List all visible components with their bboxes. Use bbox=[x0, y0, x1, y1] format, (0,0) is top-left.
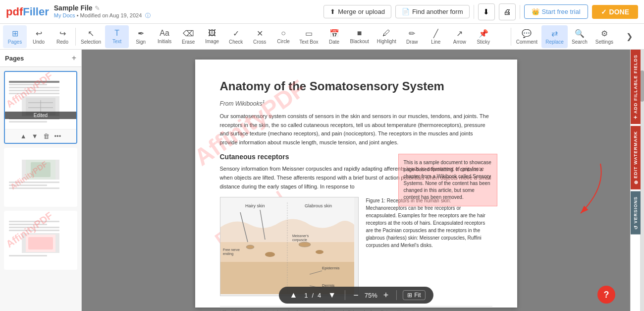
redo-icon: ↪ bbox=[59, 29, 66, 38]
crown-icon: 👑 bbox=[532, 8, 539, 15]
add-page-button[interactable]: + bbox=[72, 54, 76, 62]
toolbar-comment[interactable]: 💬 Comment bbox=[512, 25, 541, 48]
toolbar-circle[interactable]: ○ Circle bbox=[271, 25, 295, 48]
fit-icon: ⊞ bbox=[407, 292, 412, 299]
zoom-in-button[interactable]: + bbox=[381, 290, 391, 301]
toolbar-sep2 bbox=[511, 28, 511, 46]
fit-button[interactable]: ⊞ Fit bbox=[403, 290, 425, 300]
header-divider2 bbox=[520, 5, 520, 19]
figure-area: Hairy skin Glabrous skin bbox=[220, 197, 492, 296]
file-title: Sample File ✎ bbox=[54, 4, 151, 12]
toolbar-redo[interactable]: ↪ Redo bbox=[51, 25, 74, 48]
edit-watermark-tab[interactable]: ⊛ EDIT WATERMARK bbox=[631, 126, 641, 189]
textbox-icon: ▭ bbox=[305, 29, 313, 38]
toolbar-draw[interactable]: ✏ Draw bbox=[400, 25, 424, 48]
pages-scroll: 1 AffinityPDF bbox=[0, 67, 81, 311]
svg-point-15 bbox=[265, 252, 275, 257]
page-total: 4 bbox=[318, 292, 321, 299]
done-button[interactable]: ✓ DONE bbox=[592, 5, 638, 19]
page-thumbnail-3[interactable]: 3 AffinityPDF bbox=[4, 211, 77, 270]
thumb-down-btn[interactable]: ▼ bbox=[31, 131, 39, 141]
thumb-up-btn[interactable]: ▲ bbox=[19, 131, 28, 141]
toolbar-check[interactable]: ✓ Check bbox=[224, 25, 248, 48]
toolbar-undo[interactable]: ↩ Undo bbox=[27, 25, 51, 48]
toolbar-replace[interactable]: ⇄ Replace bbox=[541, 25, 568, 48]
toolbar-blackout[interactable]: ■ Blackout bbox=[346, 25, 373, 48]
start-free-trial-button[interactable]: 👑 Start free trial bbox=[524, 4, 588, 19]
svg-point-16 bbox=[299, 242, 311, 247]
toolbar-text[interactable]: T Text bbox=[105, 25, 129, 48]
toolbar-line[interactable]: ╱ Line bbox=[424, 25, 448, 48]
file-subtitle: My Docs • Modified on Aug 19, 2024 ⓘ bbox=[54, 12, 151, 19]
svg-text:corpuscle: corpuscle bbox=[292, 238, 307, 242]
thumb-more-btn[interactable]: ••• bbox=[54, 131, 62, 141]
zoom-out-button[interactable]: − bbox=[351, 290, 361, 301]
toolbar-search[interactable]: 🔍 Search bbox=[568, 25, 591, 48]
toolbar-erase[interactable]: ⌫ Erase bbox=[176, 25, 200, 48]
pages-panel-title: Pages bbox=[5, 55, 24, 62]
toolbar-textbox[interactable]: ▭ Text Box bbox=[295, 25, 322, 48]
zoom-level: 75% bbox=[365, 292, 377, 299]
header-divider bbox=[474, 5, 474, 19]
v-scrollbar[interactable] bbox=[640, 50, 644, 311]
my-docs-link[interactable]: My Docs bbox=[54, 12, 75, 18]
text-icon: T bbox=[114, 29, 119, 38]
find-another-form-button[interactable]: 📄 Find another form bbox=[395, 5, 470, 18]
header: pdfFiller Sample File ✎ My Docs • Modifi… bbox=[0, 0, 644, 24]
add-fillable-fields-tab[interactable]: + ADD FILLABLE FIELDS bbox=[631, 50, 641, 124]
print-button[interactable]: 🖨 bbox=[499, 3, 516, 20]
info-icon[interactable]: ⓘ bbox=[145, 12, 151, 18]
versions-icon: ↺ bbox=[633, 225, 639, 229]
initials-icon: Aa bbox=[160, 29, 169, 38]
toolbar-settings[interactable]: ⚙ Settings bbox=[591, 25, 617, 48]
versions-tab[interactable]: ↺ VERSIONS bbox=[631, 191, 641, 235]
settings-icon: ⚙ bbox=[601, 29, 608, 38]
fit-label: Fit bbox=[414, 292, 421, 299]
pages-icon: ⊞ bbox=[12, 29, 18, 38]
toolbar-right: 💬 Comment ⇄ Replace 🔍 Search ⚙ Settings … bbox=[510, 25, 641, 48]
blackout-icon: ■ bbox=[357, 29, 362, 38]
undo-icon: ↩ bbox=[36, 29, 42, 38]
page-next-button[interactable]: ▼ bbox=[325, 290, 339, 301]
toolbar-highlight[interactable]: 🖊 Highlight bbox=[373, 25, 400, 48]
plus-icon: + bbox=[632, 115, 639, 119]
svg-text:Glabrous skin: Glabrous skin bbox=[305, 203, 332, 208]
document-subtitle: From Wikibooks1 bbox=[220, 99, 492, 107]
selection-icon: ↖ bbox=[88, 29, 94, 38]
toolbar-image[interactable]: 🖼 Image bbox=[200, 25, 224, 48]
toolbar-selection[interactable]: ↖ Selection bbox=[77, 25, 105, 48]
scrollbar-thumb[interactable] bbox=[640, 70, 644, 102]
image-icon: 🖼 bbox=[208, 29, 216, 38]
merge-upload-button[interactable]: ⬆ Merge or upload bbox=[323, 5, 391, 18]
svg-text:Epidermis: Epidermis bbox=[322, 266, 340, 270]
toolbar-arrow[interactable]: ↗ Arrow bbox=[448, 25, 472, 48]
toolbar-sticky[interactable]: 📌 Sticky bbox=[472, 25, 495, 48]
toolbar-pages[interactable]: ⊞ Pages bbox=[3, 25, 27, 48]
toolbar-initials[interactable]: Aa Initials bbox=[153, 25, 176, 48]
page-img-2: AffinityPDF bbox=[5, 149, 76, 206]
download-icon: ⬇ bbox=[483, 7, 489, 16]
page-thumbnail-1[interactable]: 1 AffinityPDF bbox=[4, 71, 77, 144]
toolbar-expand[interactable]: ❯ bbox=[617, 25, 641, 48]
page-img-1: AffinityPDF bbox=[5, 72, 76, 129]
document-title: Anatomy of the Somatosensory System bbox=[220, 79, 492, 93]
figure-caption: Figure 1: Receptors in the human skin: M… bbox=[366, 197, 492, 296]
sign-icon: ✒ bbox=[138, 29, 144, 38]
pages-panel-header: Pages + bbox=[0, 50, 81, 67]
help-button[interactable]: ? bbox=[597, 286, 615, 304]
thumb-delete-btn[interactable]: 🗑 bbox=[42, 131, 51, 141]
replace-icon: ⇄ bbox=[551, 29, 558, 38]
svg-text:Meissner's: Meissner's bbox=[292, 234, 309, 238]
download-button[interactable]: ⬇ bbox=[478, 3, 495, 20]
bottom-sep1 bbox=[345, 290, 345, 300]
edit-pencil-icon[interactable]: ✎ bbox=[95, 4, 100, 12]
logo-filler: Filler bbox=[23, 5, 49, 18]
page-prev-button[interactable]: ▲ bbox=[286, 290, 300, 301]
line-icon: ╱ bbox=[433, 29, 438, 38]
bottom-sep2 bbox=[396, 290, 397, 300]
logo: pdfFiller bbox=[6, 5, 49, 18]
page-thumbnail-2[interactable]: 2 AffinityPDF bbox=[4, 148, 77, 207]
toolbar-cross[interactable]: ✕ Cross bbox=[248, 25, 271, 48]
toolbar-date[interactable]: 📅 Date bbox=[322, 25, 346, 48]
toolbar-sign[interactable]: ✒ Sign bbox=[129, 25, 153, 48]
